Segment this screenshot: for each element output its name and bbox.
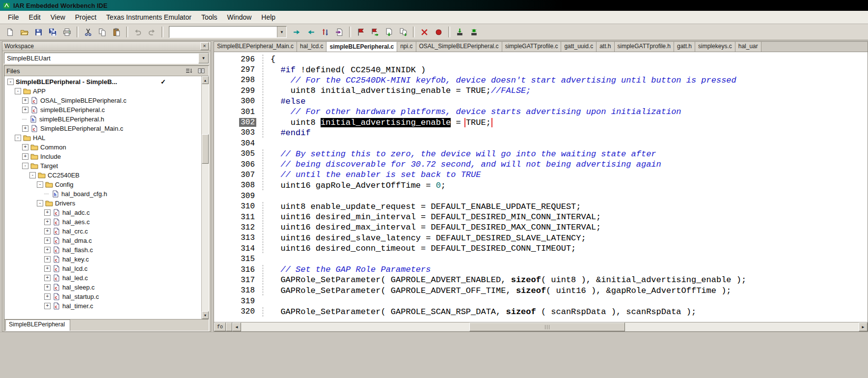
line-number[interactable]: 296 [239, 55, 256, 64]
tree-item-hal-adc-c[interactable]: +chal_adc.c [4, 208, 201, 217]
menu-project[interactable]: Project [70, 11, 102, 24]
tree-item-config[interactable]: -Config [4, 180, 201, 189]
line-number-gutter[interactable]: 306 [214, 160, 263, 169]
workspace-scrollbar[interactable]: ▲ ▼ [201, 76, 209, 319]
tree-item-hal-board-cfg-h[interactable]: hhal_board_cfg.h [4, 189, 201, 199]
editor-hscrollbar[interactable]: fo ◄ ► [214, 322, 868, 331]
config-selector[interactable]: SimpleBLEUart ▼ [4, 53, 209, 64]
scroll-right-icon[interactable]: ► [859, 322, 868, 331]
line-number[interactable]: 306 [239, 160, 256, 169]
line-number-gutter[interactable]: 307 [214, 171, 263, 179]
menu-file[interactable]: File [3, 11, 24, 24]
line-number-gutter[interactable]: 299 [214, 87, 263, 95]
line-number[interactable]: 316 [239, 265, 256, 274]
menu-window[interactable]: Window [222, 11, 257, 24]
line-number[interactable]: 309 [239, 192, 256, 201]
line-number[interactable]: 310 [239, 202, 256, 211]
tree-item-hal-dma-c[interactable]: +chal_dma.c [4, 236, 201, 245]
code-text[interactable]: uint16 desired_slave_latency = DEFAULT_D… [263, 233, 868, 243]
expand-icon[interactable]: + [44, 284, 51, 291]
bookmark-next-button[interactable] [368, 26, 381, 38]
undo-button[interactable] [131, 26, 144, 38]
editor-tab-hal-uar[interactable]: hal_uar [735, 42, 761, 52]
editor-tab-simplebleperipheral-c[interactable]: simpleBLEPeripheral.c [326, 42, 397, 52]
new-document-button[interactable] [3, 26, 17, 38]
tree-item-simplebleperipheral-h[interactable]: hsimpleBLEPeripheral.h [4, 115, 201, 124]
editor-tab-gatt-h[interactable]: gatt.h [674, 42, 695, 52]
chevron-down-icon[interactable]: ▼ [277, 27, 286, 37]
editor-tab-simplegattprofile-h[interactable]: simpleGATTprofile.h [615, 42, 674, 52]
chevron-down-icon[interactable]: ▼ [198, 53, 209, 63]
workspace-tab-simplebleperipheral[interactable]: SimpleBLEPeripheral [5, 320, 70, 331]
code-text[interactable]: uint8 initial_advertising_enable = TRUE;… [263, 86, 868, 95]
collapse-icon[interactable]: - [37, 181, 43, 188]
tree-item-hal-timer-c[interactable]: +chal_timer.c [4, 301, 201, 311]
expand-icon[interactable]: + [22, 144, 28, 150]
line-number[interactable]: 301 [239, 108, 256, 116]
line-number-gutter[interactable]: 311 [214, 213, 263, 222]
line-number-gutter[interactable]: 320 [214, 307, 263, 316]
line-number-gutter[interactable]: 318 [214, 286, 263, 295]
line-number[interactable]: 303 [239, 128, 256, 137]
tree-item-common[interactable]: +Common [4, 143, 201, 152]
sort-order-icon[interactable] [184, 67, 194, 75]
expand-icon[interactable]: + [44, 303, 51, 309]
expand-icon[interactable]: + [22, 107, 28, 113]
line-number-gutter[interactable]: 315 [214, 255, 263, 263]
line-number[interactable]: 312 [239, 223, 256, 232]
code-text[interactable]: { [263, 55, 868, 64]
expand-icon[interactable]: + [44, 209, 51, 216]
line-number-gutter[interactable]: 317 [214, 276, 263, 285]
expand-icon[interactable]: + [44, 256, 51, 262]
expand-icon[interactable]: + [22, 153, 28, 160]
line-number[interactable]: 308 [239, 181, 256, 190]
splitter-handle-button[interactable] [226, 322, 232, 331]
line-number[interactable]: 304 [239, 139, 256, 148]
expand-icon[interactable]: + [44, 275, 51, 281]
tree-item-simplebleperipheral-c[interactable]: +csimpleBLEPeripheral.c [4, 105, 201, 115]
line-number-gutter[interactable]: 302 [214, 118, 263, 127]
tree-item-hal-sleep-c[interactable]: +chal_sleep.c [4, 283, 201, 292]
menu-texas-instruments-emulator[interactable]: Texas Instruments Emulator [101, 11, 196, 24]
download-and-debug-button[interactable] [453, 26, 466, 38]
collapse-icon[interactable]: - [15, 135, 21, 141]
line-number[interactable]: 320 [239, 307, 256, 316]
collapse-icon[interactable]: - [15, 88, 21, 94]
line-number-gutter[interactable]: 312 [214, 223, 263, 232]
line-number-gutter[interactable]: 313 [214, 233, 263, 242]
line-number[interactable]: 302 [239, 118, 256, 127]
line-number[interactable]: 297 [239, 65, 256, 74]
expand-icon[interactable]: + [44, 247, 51, 253]
copy-button[interactable] [96, 26, 109, 38]
code-text[interactable]: uint8 enable_update_request = DEFAULT_EN… [263, 202, 868, 211]
line-number-gutter[interactable]: 310 [214, 202, 263, 211]
line-number[interactable]: 313 [239, 233, 256, 242]
tree-item-cc2540eb[interactable]: -CC2540EB [4, 171, 201, 180]
expand-icon[interactable]: + [22, 97, 28, 104]
scroll-down-icon[interactable]: ▼ [202, 311, 209, 319]
workspace-scroll-thumb[interactable] [202, 134, 209, 164]
code-text[interactable]: #else [263, 97, 868, 106]
line-number-gutter[interactable]: 316 [214, 265, 263, 274]
collapse-icon[interactable]: - [22, 163, 28, 169]
editor-tab-simplegattprofile-c[interactable]: simpleGATTprofile.c [502, 42, 562, 52]
tree-item-target[interactable]: -Target [4, 161, 201, 171]
line-number[interactable]: 299 [239, 87, 256, 95]
find-next-button[interactable] [290, 26, 303, 38]
code-text[interactable]: uint16 desired_min_interval = DEFAULT_DE… [263, 212, 868, 222]
collapse-icon[interactable]: - [37, 200, 43, 206]
tree-item-include[interactable]: +Include [4, 152, 201, 161]
toggle-breakpoint-button[interactable] [432, 26, 445, 38]
workspace-scroll-track[interactable] [202, 84, 209, 311]
tree-item-hal-lcd-c[interactable]: +chal_lcd.c [4, 264, 201, 273]
editor-tab-npi-c[interactable]: npi.c [397, 42, 416, 52]
editor-tab-gatt-uuid-c[interactable]: gatt_uuid.c [561, 42, 597, 52]
line-number[interactable]: 317 [239, 276, 256, 285]
function-list-button[interactable]: fo [214, 322, 226, 331]
find-previous-button[interactable] [304, 26, 318, 38]
code-text[interactable]: // until the enabler is set back to TRUE [263, 170, 868, 179]
scroll-left-icon[interactable]: ◄ [232, 322, 241, 331]
line-number-gutter[interactable]: 301 [214, 108, 263, 116]
line-number-gutter[interactable]: 298 [214, 76, 263, 85]
file-options-icon[interactable] [196, 67, 207, 75]
